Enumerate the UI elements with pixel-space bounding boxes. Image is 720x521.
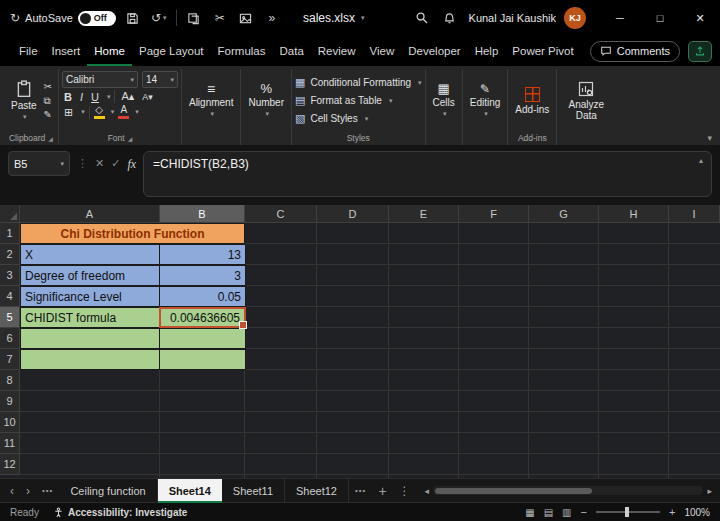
cell-B4[interactable]: 0.05 (159, 286, 246, 307)
row-header-9[interactable]: 9 (0, 391, 20, 412)
menu-view[interactable]: View (363, 36, 402, 66)
more-quick-access-icon[interactable]: » (263, 6, 281, 30)
cell-A5[interactable]: CHIDIST formula (20, 307, 160, 328)
row-header-5[interactable]: 5 (0, 307, 20, 328)
fill-color-button[interactable]: ◇ (94, 105, 105, 119)
menu-developer[interactable]: Developer (401, 36, 467, 66)
decrease-font-button[interactable]: A▾ (140, 92, 155, 102)
sheet-options-icon[interactable]: ⋮ (393, 484, 417, 498)
sheet-nav-left-icon[interactable]: ‹ (4, 484, 20, 498)
cell-A6[interactable] (20, 328, 160, 349)
sheet-nav-right-icon[interactable]: › (20, 484, 36, 498)
font-color-button[interactable]: A (118, 105, 129, 119)
menu-page-layout[interactable]: Page Layout (132, 36, 211, 66)
menu-file[interactable]: File (12, 36, 45, 66)
cell-A2[interactable]: X (20, 244, 160, 265)
autosave-switch[interactable]: Off (78, 11, 116, 26)
name-box[interactable]: B5 ▾ (8, 151, 70, 176)
notifications-icon[interactable] (441, 6, 459, 30)
tab-sheet12[interactable]: Sheet12 (285, 479, 349, 503)
menu-help[interactable]: Help (468, 36, 506, 66)
horizontal-scrollbar[interactable]: ◂ ▸ (425, 486, 712, 496)
format-painter-icon[interactable]: ✎ (44, 109, 52, 120)
cell-A7[interactable] (20, 349, 160, 370)
row-header-2[interactable]: 2 (0, 244, 20, 265)
cut-ribbon-icon[interactable]: ✂ (44, 81, 52, 92)
cells-dropdown-icon[interactable]: ▾ (443, 110, 447, 118)
col-header-G[interactable]: G (529, 205, 599, 223)
row-header-4[interactable]: 4 (0, 286, 20, 307)
increase-font-button[interactable]: A▴ (119, 90, 136, 103)
analyze-data-button[interactable]: Analyze Data (560, 70, 612, 131)
paste-dropdown-icon[interactable]: ▾ (23, 113, 27, 121)
undo-icon[interactable]: ↺▾ (150, 6, 168, 30)
cells-button[interactable]: ▦ Cells ▾ (429, 70, 459, 131)
tab-sheet11[interactable]: Sheet11 (222, 479, 285, 503)
maximize-button[interactable]: □ (640, 0, 680, 36)
autosave-toggle[interactable]: ↻ AutoSave Off (10, 11, 116, 26)
cell-B3[interactable]: 3 (159, 265, 246, 286)
search-icon[interactable] (413, 6, 431, 30)
minimize-button[interactable]: ─ (600, 0, 640, 36)
col-header-F[interactable]: F (459, 205, 529, 223)
row-header-7[interactable]: 7 (0, 349, 20, 370)
paste-button[interactable]: Paste ▾ (7, 70, 41, 131)
row-header-1[interactable]: 1 (0, 223, 20, 244)
formula-bar-handle[interactable]: ⋮ (77, 151, 88, 170)
scroll-right-icon[interactable]: ▸ (707, 486, 712, 496)
col-header-H[interactable]: H (599, 205, 669, 223)
sheet-list-icon[interactable]: ••• (36, 486, 59, 495)
font-name-select[interactable]: Calibri▾ (62, 71, 138, 88)
close-button[interactable]: ✕ (680, 0, 720, 36)
alignment-dropdown-icon[interactable]: ▾ (210, 110, 214, 118)
cell-B7[interactable] (159, 349, 246, 370)
cells-area[interactable]: Chi Distribution Function X 13 Degree of… (20, 223, 720, 478)
col-header-A[interactable]: A (20, 205, 160, 223)
underline-button[interactable]: U (89, 91, 101, 103)
menu-review[interactable]: Review (311, 36, 363, 66)
accessibility-status[interactable]: Accessibility: Investigate (53, 507, 188, 518)
row-header-11[interactable]: 11 (0, 433, 20, 454)
copy-ribbon-icon[interactable]: ⧉ (44, 95, 52, 106)
zoom-slider[interactable] (596, 511, 660, 513)
zoom-in-icon[interactable]: + (669, 506, 675, 518)
file-name[interactable]: sales.xlsx ▾ (303, 0, 365, 36)
row-header-3[interactable]: 3 (0, 265, 20, 286)
new-sheet-icon[interactable]: + (372, 483, 392, 499)
addins-button[interactable]: Add-ins (511, 70, 553, 131)
font-dialog-launcher-icon[interactable]: ◢ (128, 135, 133, 142)
underline-dropdown-icon[interactable]: ▾ (107, 93, 111, 101)
clipboard-dialog-launcher-icon[interactable]: ◢ (48, 135, 53, 142)
bold-button[interactable]: B (62, 91, 74, 103)
row-header-8[interactable]: 8 (0, 370, 20, 391)
editing-button[interactable]: ✎ Editing ▾ (466, 70, 505, 131)
zoom-level[interactable]: 100% (684, 507, 710, 518)
undo-dropdown-icon[interactable]: ▾ (163, 14, 167, 22)
insert-function-icon[interactable]: fx (127, 151, 136, 172)
menu-formulas[interactable]: Formulas (211, 36, 273, 66)
menu-data[interactable]: Data (273, 36, 311, 66)
copy-icon[interactable] (185, 6, 203, 30)
avatar[interactable]: KJ (564, 7, 586, 29)
cell-B5-selected[interactable]: 0.004636605 (159, 307, 246, 328)
cell-B2[interactable]: 13 (159, 244, 246, 265)
formula-input[interactable]: =CHIDIST(B2,B3) ▴ (143, 151, 712, 197)
page-break-view-icon[interactable]: ▥ (562, 507, 571, 518)
cell-A1-title[interactable]: Chi Distribution Function (20, 223, 245, 244)
enter-icon[interactable]: ✓ (111, 151, 120, 170)
more-sheets-icon[interactable]: ••• (349, 486, 372, 495)
font-color-dropdown-icon[interactable]: ▾ (135, 108, 139, 116)
format-as-table-button[interactable]: ▤ Format as Table ▾ (295, 92, 422, 109)
fill-color-dropdown-icon[interactable]: ▾ (111, 108, 115, 116)
picture-icon[interactable] (237, 6, 255, 30)
cell-styles-button[interactable]: ▧ Cell Styles ▾ (295, 110, 422, 127)
page-layout-view-icon[interactable]: ▤ (544, 507, 553, 518)
collapse-ribbon-icon[interactable]: ▾ (707, 133, 712, 143)
cell-B6[interactable] (159, 328, 246, 349)
menu-insert[interactable]: Insert (45, 36, 88, 66)
alignment-button[interactable]: ≡ Alignment ▾ (185, 70, 237, 131)
cell-A3[interactable]: Degree of freedom (20, 265, 160, 286)
borders-button[interactable]: ⊞ (62, 106, 75, 119)
cancel-icon[interactable]: ✕ (95, 151, 104, 170)
save-icon[interactable] (124, 6, 142, 30)
